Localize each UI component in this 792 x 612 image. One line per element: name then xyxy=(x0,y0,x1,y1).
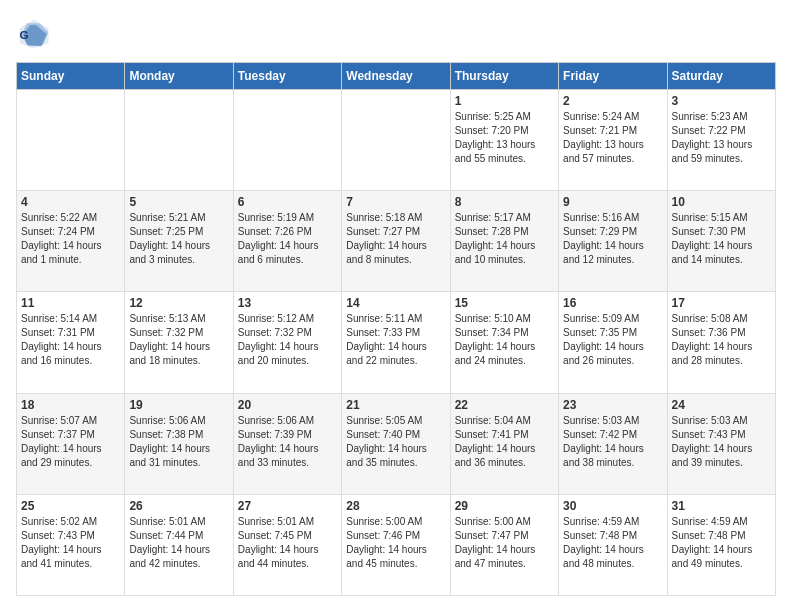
calendar-cell: 16Sunrise: 5:09 AM Sunset: 7:35 PM Dayli… xyxy=(559,292,667,393)
calendar-cell xyxy=(125,90,233,191)
day-info: Sunrise: 5:25 AM Sunset: 7:20 PM Dayligh… xyxy=(455,110,554,166)
day-number: 27 xyxy=(238,499,337,513)
day-number: 31 xyxy=(672,499,771,513)
day-info: Sunrise: 5:07 AM Sunset: 7:37 PM Dayligh… xyxy=(21,414,120,470)
day-info: Sunrise: 5:12 AM Sunset: 7:32 PM Dayligh… xyxy=(238,312,337,368)
day-number: 3 xyxy=(672,94,771,108)
day-number: 17 xyxy=(672,296,771,310)
calendar-cell: 30Sunrise: 4:59 AM Sunset: 7:48 PM Dayli… xyxy=(559,494,667,595)
weekday-header: Monday xyxy=(125,63,233,90)
logo-icon: G xyxy=(16,16,52,52)
day-number: 15 xyxy=(455,296,554,310)
day-info: Sunrise: 5:24 AM Sunset: 7:21 PM Dayligh… xyxy=(563,110,662,166)
calendar-cell: 2Sunrise: 5:24 AM Sunset: 7:21 PM Daylig… xyxy=(559,90,667,191)
day-info: Sunrise: 4:59 AM Sunset: 7:48 PM Dayligh… xyxy=(563,515,662,571)
calendar-cell: 15Sunrise: 5:10 AM Sunset: 7:34 PM Dayli… xyxy=(450,292,558,393)
calendar-body: 1Sunrise: 5:25 AM Sunset: 7:20 PM Daylig… xyxy=(17,90,776,596)
calendar-cell: 20Sunrise: 5:06 AM Sunset: 7:39 PM Dayli… xyxy=(233,393,341,494)
calendar: SundayMondayTuesdayWednesdayThursdayFrid… xyxy=(16,62,776,596)
header: G xyxy=(16,16,776,52)
day-info: Sunrise: 5:02 AM Sunset: 7:43 PM Dayligh… xyxy=(21,515,120,571)
calendar-cell: 19Sunrise: 5:06 AM Sunset: 7:38 PM Dayli… xyxy=(125,393,233,494)
day-info: Sunrise: 5:14 AM Sunset: 7:31 PM Dayligh… xyxy=(21,312,120,368)
day-number: 12 xyxy=(129,296,228,310)
calendar-cell: 26Sunrise: 5:01 AM Sunset: 7:44 PM Dayli… xyxy=(125,494,233,595)
day-number: 4 xyxy=(21,195,120,209)
calendar-cell: 31Sunrise: 4:59 AM Sunset: 7:48 PM Dayli… xyxy=(667,494,775,595)
calendar-cell: 28Sunrise: 5:00 AM Sunset: 7:46 PM Dayli… xyxy=(342,494,450,595)
calendar-cell: 23Sunrise: 5:03 AM Sunset: 7:42 PM Dayli… xyxy=(559,393,667,494)
day-info: Sunrise: 5:00 AM Sunset: 7:47 PM Dayligh… xyxy=(455,515,554,571)
svg-text:G: G xyxy=(20,28,29,41)
calendar-cell: 27Sunrise: 5:01 AM Sunset: 7:45 PM Dayli… xyxy=(233,494,341,595)
calendar-week: 4Sunrise: 5:22 AM Sunset: 7:24 PM Daylig… xyxy=(17,191,776,292)
calendar-cell: 14Sunrise: 5:11 AM Sunset: 7:33 PM Dayli… xyxy=(342,292,450,393)
day-number: 6 xyxy=(238,195,337,209)
calendar-cell: 17Sunrise: 5:08 AM Sunset: 7:36 PM Dayli… xyxy=(667,292,775,393)
calendar-cell: 24Sunrise: 5:03 AM Sunset: 7:43 PM Dayli… xyxy=(667,393,775,494)
calendar-cell: 8Sunrise: 5:17 AM Sunset: 7:28 PM Daylig… xyxy=(450,191,558,292)
calendar-cell: 10Sunrise: 5:15 AM Sunset: 7:30 PM Dayli… xyxy=(667,191,775,292)
calendar-week: 11Sunrise: 5:14 AM Sunset: 7:31 PM Dayli… xyxy=(17,292,776,393)
calendar-cell xyxy=(342,90,450,191)
day-info: Sunrise: 5:11 AM Sunset: 7:33 PM Dayligh… xyxy=(346,312,445,368)
calendar-cell: 13Sunrise: 5:12 AM Sunset: 7:32 PM Dayli… xyxy=(233,292,341,393)
day-number: 26 xyxy=(129,499,228,513)
day-number: 22 xyxy=(455,398,554,412)
day-info: Sunrise: 5:23 AM Sunset: 7:22 PM Dayligh… xyxy=(672,110,771,166)
weekday-header: Tuesday xyxy=(233,63,341,90)
day-info: Sunrise: 5:21 AM Sunset: 7:25 PM Dayligh… xyxy=(129,211,228,267)
weekday-header: Wednesday xyxy=(342,63,450,90)
calendar-cell xyxy=(17,90,125,191)
day-number: 30 xyxy=(563,499,662,513)
weekday-header: Saturday xyxy=(667,63,775,90)
calendar-cell: 1Sunrise: 5:25 AM Sunset: 7:20 PM Daylig… xyxy=(450,90,558,191)
day-number: 2 xyxy=(563,94,662,108)
day-number: 1 xyxy=(455,94,554,108)
day-number: 21 xyxy=(346,398,445,412)
calendar-cell: 3Sunrise: 5:23 AM Sunset: 7:22 PM Daylig… xyxy=(667,90,775,191)
calendar-cell: 12Sunrise: 5:13 AM Sunset: 7:32 PM Dayli… xyxy=(125,292,233,393)
weekday-row: SundayMondayTuesdayWednesdayThursdayFrid… xyxy=(17,63,776,90)
calendar-week: 25Sunrise: 5:02 AM Sunset: 7:43 PM Dayli… xyxy=(17,494,776,595)
day-info: Sunrise: 5:10 AM Sunset: 7:34 PM Dayligh… xyxy=(455,312,554,368)
day-number: 18 xyxy=(21,398,120,412)
weekday-header: Thursday xyxy=(450,63,558,90)
day-info: Sunrise: 5:15 AM Sunset: 7:30 PM Dayligh… xyxy=(672,211,771,267)
day-info: Sunrise: 5:04 AM Sunset: 7:41 PM Dayligh… xyxy=(455,414,554,470)
day-info: Sunrise: 5:13 AM Sunset: 7:32 PM Dayligh… xyxy=(129,312,228,368)
calendar-cell: 5Sunrise: 5:21 AM Sunset: 7:25 PM Daylig… xyxy=(125,191,233,292)
day-info: Sunrise: 5:01 AM Sunset: 7:45 PM Dayligh… xyxy=(238,515,337,571)
weekday-header: Sunday xyxy=(17,63,125,90)
day-info: Sunrise: 5:03 AM Sunset: 7:43 PM Dayligh… xyxy=(672,414,771,470)
calendar-cell: 11Sunrise: 5:14 AM Sunset: 7:31 PM Dayli… xyxy=(17,292,125,393)
day-info: Sunrise: 5:22 AM Sunset: 7:24 PM Dayligh… xyxy=(21,211,120,267)
day-number: 23 xyxy=(563,398,662,412)
day-number: 29 xyxy=(455,499,554,513)
day-number: 10 xyxy=(672,195,771,209)
calendar-week: 18Sunrise: 5:07 AM Sunset: 7:37 PM Dayli… xyxy=(17,393,776,494)
logo: G xyxy=(16,16,54,52)
day-number: 24 xyxy=(672,398,771,412)
page: G SundayMondayTuesdayWednesdayThursdayFr… xyxy=(0,0,792,612)
day-info: Sunrise: 5:16 AM Sunset: 7:29 PM Dayligh… xyxy=(563,211,662,267)
calendar-cell: 9Sunrise: 5:16 AM Sunset: 7:29 PM Daylig… xyxy=(559,191,667,292)
day-info: Sunrise: 5:09 AM Sunset: 7:35 PM Dayligh… xyxy=(563,312,662,368)
day-number: 7 xyxy=(346,195,445,209)
day-info: Sunrise: 5:03 AM Sunset: 7:42 PM Dayligh… xyxy=(563,414,662,470)
calendar-cell: 21Sunrise: 5:05 AM Sunset: 7:40 PM Dayli… xyxy=(342,393,450,494)
calendar-cell xyxy=(233,90,341,191)
day-info: Sunrise: 5:01 AM Sunset: 7:44 PM Dayligh… xyxy=(129,515,228,571)
calendar-cell: 7Sunrise: 5:18 AM Sunset: 7:27 PM Daylig… xyxy=(342,191,450,292)
day-number: 9 xyxy=(563,195,662,209)
calendar-week: 1Sunrise: 5:25 AM Sunset: 7:20 PM Daylig… xyxy=(17,90,776,191)
day-info: Sunrise: 5:08 AM Sunset: 7:36 PM Dayligh… xyxy=(672,312,771,368)
day-number: 13 xyxy=(238,296,337,310)
day-info: Sunrise: 5:00 AM Sunset: 7:46 PM Dayligh… xyxy=(346,515,445,571)
calendar-cell: 25Sunrise: 5:02 AM Sunset: 7:43 PM Dayli… xyxy=(17,494,125,595)
calendar-cell: 29Sunrise: 5:00 AM Sunset: 7:47 PM Dayli… xyxy=(450,494,558,595)
day-number: 8 xyxy=(455,195,554,209)
day-number: 20 xyxy=(238,398,337,412)
day-number: 25 xyxy=(21,499,120,513)
day-number: 5 xyxy=(129,195,228,209)
